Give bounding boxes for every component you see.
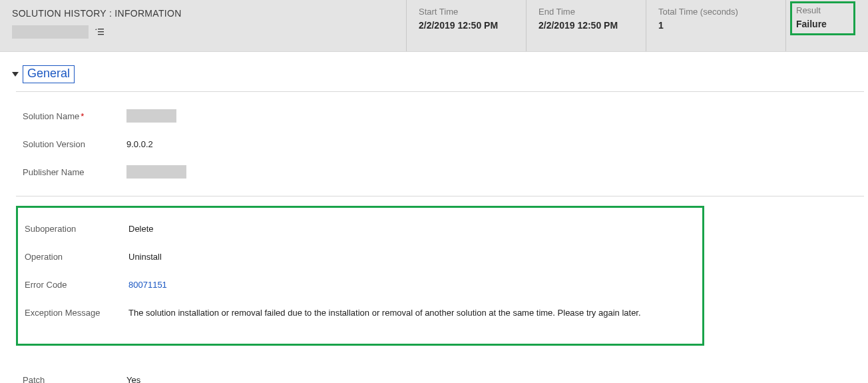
row-error-code: Error Code 80071151 [25, 270, 696, 298]
header-stats: Start Time 2/2/2019 12:50 PM End Time 2/… [406, 0, 868, 51]
result-label: Result [796, 5, 827, 15]
svg-rect-1 [98, 31, 104, 32]
extra-panel: Patch Yes Managed Yes [16, 354, 864, 383]
header-left: SOLUTION HISTORY : INFORMATION [0, 0, 406, 51]
collapse-caret-icon [12, 72, 19, 77]
value-publisher-name [126, 165, 186, 179]
required-marker: * [81, 111, 84, 121]
result-highlight: Result Failure [790, 1, 855, 35]
result-cell: Result Failure [785, 0, 862, 51]
label-operation: Operation [25, 252, 128, 262]
row-solution-version: Solution Version 9.0.0.2 [23, 130, 857, 158]
svg-rect-0 [98, 29, 104, 29]
label-exception-message: Exception Message [25, 308, 128, 318]
record-selector-row [12, 25, 394, 39]
details-highlight-panel: Suboperation Delete Operation Uninstall … [16, 206, 704, 346]
end-time-value: 2/2/2019 12:50 PM [539, 20, 634, 31]
section-header[interactable]: General [12, 65, 864, 83]
label-publisher-name: Publisher Name [23, 167, 126, 177]
section-title: General [23, 65, 75, 83]
total-time-label: Total Time (seconds) [658, 7, 773, 17]
row-solution-name: Solution Name* [23, 102, 857, 130]
row-publisher-name: Publisher Name [23, 158, 857, 186]
result-value: Failure [796, 19, 827, 29]
total-time-value: 1 [658, 20, 773, 31]
value-operation: Uninstall [128, 252, 162, 262]
start-time-label: Start Time [419, 7, 514, 17]
page-title: SOLUTION HISTORY : INFORMATION [12, 8, 394, 19]
value-suboperation: Delete [128, 224, 154, 234]
row-exception-message: Exception Message The solution installat… [25, 298, 696, 326]
value-error-code[interactable]: 80071151 [128, 280, 167, 290]
page-header: SOLUTION HISTORY : INFORMATION Start Tim… [0, 0, 868, 52]
value-patch: Yes [126, 375, 140, 384]
start-time-value: 2/2/2019 12:50 PM [419, 20, 514, 31]
label-solution-name-text: Solution Name [23, 111, 79, 121]
row-patch: Patch Yes [23, 366, 857, 383]
svg-rect-2 [98, 34, 104, 35]
value-solution-name [126, 109, 176, 123]
general-panel: Solution Name* Solution Version 9.0.0.2 … [16, 91, 864, 196]
label-patch: Patch [23, 375, 126, 384]
list-icon[interactable] [95, 27, 105, 38]
value-solution-version: 9.0.0.2 [126, 139, 153, 149]
record-name-redacted [12, 25, 89, 39]
row-operation: Operation Uninstall [25, 242, 696, 270]
label-solution-name: Solution Name* [23, 111, 126, 121]
content-area: General Solution Name* Solution Version … [0, 52, 868, 383]
start-time-cell: Start Time 2/2/2019 12:50 PM [406, 0, 526, 51]
value-solution-name-redacted [126, 109, 176, 123]
value-publisher-name-redacted [126, 165, 186, 179]
end-time-label: End Time [539, 7, 634, 17]
total-time-cell: Total Time (seconds) 1 [646, 0, 785, 51]
label-error-code: Error Code [25, 280, 128, 290]
row-suboperation: Suboperation Delete [25, 214, 696, 242]
label-solution-version: Solution Version [23, 139, 126, 149]
end-time-cell: End Time 2/2/2019 12:50 PM [526, 0, 646, 51]
label-suboperation: Suboperation [25, 224, 128, 234]
value-exception-message: The solution installation or removal fai… [128, 308, 641, 318]
